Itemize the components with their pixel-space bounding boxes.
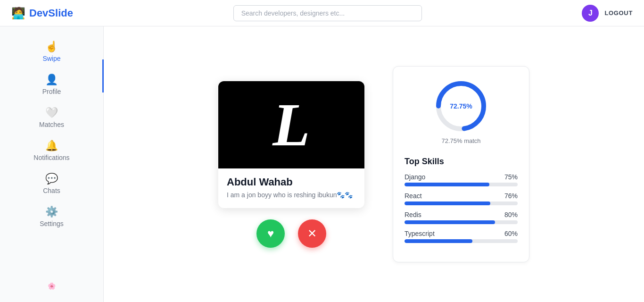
card-bio: I am a jon boyy who is reshing ibukun🐾🐾 [227,191,356,199]
main-content: L Abdul Wahab I am a jon boyy who is res… [104,26,644,302]
sidebar-item-swipe[interactable]: ☝️ Swipe [19,36,85,67]
avatar: J [582,5,599,22]
header: 🧑‍💻 DevSlide J LOGOUT [0,0,644,26]
like-button[interactable]: ♥ [256,219,285,248]
dislike-button[interactable]: ✕ [298,219,326,248]
sidebar: ☝️ Swipe 👤 Profile 🤍 Matches 🔔 Notificat… [0,26,104,302]
skill-bar-bg-react [405,201,518,205]
skill-bar-fill-typescript [405,239,472,243]
logo-text: DevSlide [29,7,73,19]
sidebar-label-swipe: Swipe [42,55,60,62]
settings-icon: ⚙️ [45,206,58,218]
search-container [73,5,582,21]
dislike-icon: ✕ [307,227,317,240]
card-container: L Abdul Wahab I am a jon boyy who is res… [218,81,364,248]
skill-name-django: Django [405,173,425,181]
match-panel: 72.75% 72.75% match Top Skills Django 75… [393,66,529,262]
sidebar-item-profile[interactable]: 👤 Profile [19,69,85,100]
skills-title: Top Skills [405,157,518,167]
skill-bar-fill-redis [405,220,495,224]
svg-text:72.75%: 72.75% [450,102,472,110]
card-image: L [218,81,364,168]
notifications-icon: 🔔 [45,140,58,152]
skill-bar-bg-typescript [405,239,518,243]
profile-icon: 👤 [45,74,58,86]
sidebar-item-notifications[interactable]: 🔔 Notifications [19,135,85,166]
sidebar-label-notifications: Notifications [33,154,69,161]
sidebar-bottom-icon: 🌸 [19,277,85,294]
card-image-letter: L [272,94,310,155]
match-percentage-text: 72.75% match [441,137,480,144]
skill-pct-react: 76% [504,192,518,200]
skill-name-typescript: Typescript [405,230,435,237]
search-input[interactable] [233,5,422,21]
skill-name-react: React [405,192,422,200]
like-icon: ♥ [267,227,274,240]
skill-row-django: Django 75% [405,173,518,186]
layout: ☝️ Swipe 👤 Profile 🤍 Matches 🔔 Notificat… [0,26,644,302]
decorative-icon: 🌸 [48,282,56,290]
skill-pct-typescript: 60% [504,230,518,237]
sidebar-item-chats[interactable]: 💬 Chats [19,168,85,199]
logout-button[interactable]: LOGOUT [604,9,633,17]
skill-row-react: React 76% [405,192,518,205]
skill-pct-django: 75% [504,173,518,181]
sidebar-label-profile: Profile [42,88,61,95]
donut-chart: 72.75% [433,78,489,134]
profile-card: L Abdul Wahab I am a jon boyy who is res… [218,81,364,208]
card-name: Abdul Wahab [227,176,356,188]
swipe-icon: ☝️ [45,41,58,53]
header-right: J LOGOUT [582,5,633,22]
logo[interactable]: 🧑‍💻 DevSlide [11,7,73,20]
logo-emoji: 🧑‍💻 [11,7,25,20]
sidebar-label-settings: Settings [40,220,64,227]
skill-pct-redis: 80% [504,211,518,218]
sidebar-item-matches[interactable]: 🤍 Matches [19,102,85,133]
chats-icon: 💬 [45,173,58,185]
skill-bar-bg-django [405,183,518,186]
skill-bar-fill-django [405,183,489,186]
matches-icon: 🤍 [45,107,58,119]
sidebar-item-settings[interactable]: ⚙️ Settings [19,201,85,232]
action-buttons: ♥ ✕ [256,219,326,248]
sidebar-label-matches: Matches [39,121,64,128]
skill-row-redis: Redis 80% [405,211,518,224]
skill-bar-fill-react [405,201,490,205]
skill-name-redis: Redis [405,211,421,218]
sidebar-label-chats: Chats [43,187,60,194]
donut-container: 72.75% 72.75% match [405,78,518,153]
skill-bar-bg-redis [405,220,518,224]
skill-row-typescript: Typescript 60% [405,230,518,243]
card-body: Abdul Wahab I am a jon boyy who is reshi… [218,168,364,208]
